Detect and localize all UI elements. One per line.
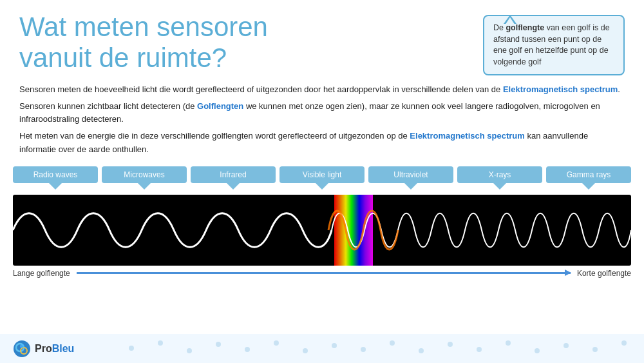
scale-right-label: Korte golflengte — [577, 269, 631, 278]
footer-dot — [564, 343, 569, 348]
paragraph-1: Sensoren meten de hoeveelheid licht die … — [19, 83, 625, 96]
label-ultraviolet: Ultraviolet — [368, 166, 453, 183]
footer-dot — [592, 347, 598, 352]
label-microwaves: Microwaves — [102, 166, 187, 183]
spectrum-labels-row: Radio waves Microwaves Infrared Visible … — [0, 160, 644, 183]
footer-dot — [390, 340, 395, 346]
footer-dot — [129, 346, 134, 351]
link-elektromagnetisch-1[interactable]: Elektromagnetisch spectrum — [503, 84, 618, 94]
scale-arrow — [77, 272, 571, 274]
label-visible-light: Visible light — [279, 166, 365, 183]
label-infrared: Infrared — [191, 166, 276, 183]
spectrum-wave-container — [13, 195, 631, 266]
footer-dot — [303, 348, 308, 353]
footer-dot — [621, 340, 627, 346]
footer-dot — [361, 347, 366, 352]
footer-dot — [158, 340, 163, 346]
logo-icon — [13, 340, 31, 358]
label-xrays: X-rays — [457, 166, 542, 183]
svg-point-3 — [20, 344, 24, 348]
footer: ProBleu — [0, 334, 644, 363]
label-gamma-rays: Gamma rays — [546, 166, 631, 183]
scale-left-label: Lange golflengte — [13, 269, 70, 278]
footer-dot — [506, 340, 511, 346]
footer-dot — [216, 342, 221, 347]
footer-dot — [332, 343, 337, 348]
scale-row: Lange golflengte Korte golflengte — [0, 266, 644, 278]
page-title: Wat meten sensoren vanuit de ruimte? — [19, 12, 268, 74]
body-text: Sensoren meten de hoeveelheid licht die … — [0, 75, 644, 156]
footer-dot — [274, 340, 279, 346]
main-container: Wat meten sensoren vanuit de ruimte? De … — [0, 0, 644, 363]
footer-dot — [535, 348, 540, 353]
footer-dot — [187, 348, 192, 353]
link-golflengten[interactable]: Golflengten — [197, 101, 243, 111]
footer-dot — [477, 347, 482, 352]
link-elektromagnetisch-2[interactable]: Elektromagnetisch spectrum — [410, 131, 524, 141]
wave-svg — [13, 195, 631, 266]
footer-dot — [245, 347, 250, 352]
paragraph-3: Het meten van de energie die in deze ver… — [19, 130, 625, 155]
header-area: Wat meten sensoren vanuit de ruimte? De … — [0, 0, 644, 75]
label-radio-waves: Radio waves — [13, 166, 98, 183]
footer-dot — [448, 342, 453, 347]
footer-dots — [52, 334, 644, 363]
paragraph-2: Sensoren kunnen zichtbaar licht detecter… — [19, 100, 625, 126]
footer-dot — [419, 348, 424, 353]
tooltip-bubble: De golflengte van een golf is de afstand… — [483, 15, 625, 75]
